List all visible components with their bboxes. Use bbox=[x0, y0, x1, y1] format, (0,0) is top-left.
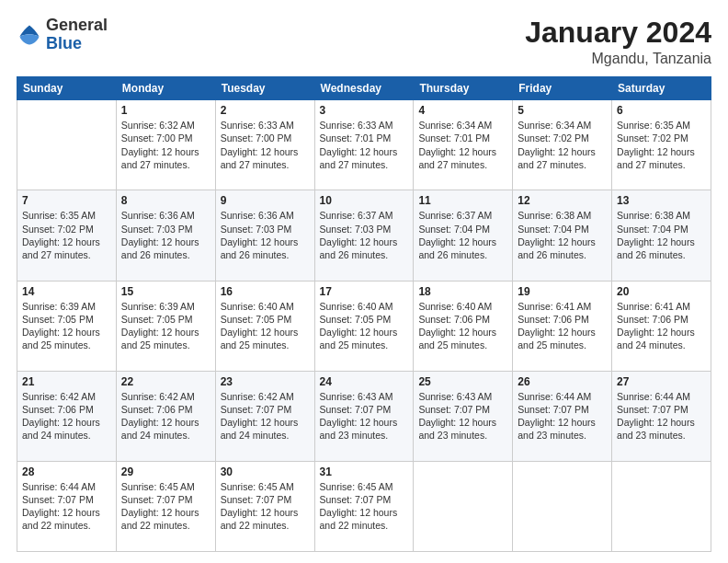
sunrise-label: Sunrise: 6:42 AM bbox=[221, 391, 294, 402]
table-row: 27 Sunrise: 6:44 AM Sunset: 7:07 PM Dayl… bbox=[612, 371, 711, 461]
calendar-page: General Blue January 2024 Mgandu, Tanzan… bbox=[0, 0, 728, 563]
day-info: Sunrise: 6:32 AM Sunset: 7:00 PM Dayligh… bbox=[121, 119, 210, 171]
header: General Blue January 2024 Mgandu, Tanzan… bbox=[17, 17, 711, 67]
table-row: 6 Sunrise: 6:35 AM Sunset: 7:02 PM Dayli… bbox=[612, 100, 711, 190]
daylight-label: Daylight: 12 hours and 26 minutes. bbox=[320, 236, 398, 260]
daylight-label: Daylight: 12 hours and 27 minutes. bbox=[221, 146, 299, 170]
sunset-label: Sunset: 7:02 PM bbox=[617, 132, 688, 144]
day-number: 24 bbox=[320, 375, 409, 388]
sunset-label: Sunset: 7:01 PM bbox=[418, 132, 490, 144]
day-info: Sunrise: 6:36 AM Sunset: 7:03 PM Dayligh… bbox=[221, 209, 310, 261]
sunrise-label: Sunrise: 6:36 AM bbox=[221, 210, 294, 221]
table-row: 11 Sunrise: 6:37 AM Sunset: 7:04 PM Dayl… bbox=[414, 190, 513, 281]
day-info: Sunrise: 6:41 AM Sunset: 7:06 PM Dayligh… bbox=[518, 300, 607, 352]
table-row: 15 Sunrise: 6:39 AM Sunset: 7:05 PM Dayl… bbox=[116, 281, 215, 371]
day-info: Sunrise: 6:34 AM Sunset: 7:02 PM Dayligh… bbox=[518, 119, 607, 171]
sunset-label: Sunset: 7:06 PM bbox=[617, 314, 688, 325]
daylight-label: Daylight: 12 hours and 27 minutes. bbox=[22, 236, 100, 260]
table-row: 18 Sunrise: 6:40 AM Sunset: 7:06 PM Dayl… bbox=[414, 281, 513, 371]
daylight-label: Daylight: 12 hours and 22 minutes. bbox=[121, 507, 199, 531]
sunrise-label: Sunrise: 6:32 AM bbox=[121, 120, 195, 131]
location-title: Mgandu, Tanzania bbox=[525, 51, 711, 67]
sunrise-label: Sunrise: 6:33 AM bbox=[320, 120, 393, 131]
col-sunday: Sunday bbox=[17, 77, 117, 100]
sunrise-label: Sunrise: 6:40 AM bbox=[418, 301, 492, 312]
sunset-label: Sunset: 7:07 PM bbox=[221, 494, 292, 505]
daylight-label: Daylight: 12 hours and 25 minutes. bbox=[320, 327, 398, 350]
col-wednesday: Wednesday bbox=[314, 77, 414, 100]
sunrise-label: Sunrise: 6:36 AM bbox=[121, 210, 195, 221]
day-number: 6 bbox=[617, 104, 706, 117]
table-row: 21 Sunrise: 6:42 AM Sunset: 7:06 PM Dayl… bbox=[17, 371, 117, 461]
day-info: Sunrise: 6:35 AM Sunset: 7:02 PM Dayligh… bbox=[22, 209, 111, 261]
sunrise-label: Sunrise: 6:35 AM bbox=[22, 210, 96, 221]
day-info: Sunrise: 6:37 AM Sunset: 7:04 PM Dayligh… bbox=[418, 209, 507, 261]
daylight-label: Daylight: 12 hours and 27 minutes. bbox=[418, 146, 496, 170]
table-row: 26 Sunrise: 6:44 AM Sunset: 7:07 PM Dayl… bbox=[513, 371, 612, 461]
sunrise-label: Sunrise: 6:34 AM bbox=[418, 120, 492, 131]
logo-general: General bbox=[46, 16, 108, 34]
sunrise-label: Sunrise: 6:40 AM bbox=[320, 301, 393, 312]
day-info: Sunrise: 6:39 AM Sunset: 7:05 PM Dayligh… bbox=[121, 300, 210, 352]
table-row: 8 Sunrise: 6:36 AM Sunset: 7:03 PM Dayli… bbox=[116, 190, 215, 281]
table-row bbox=[513, 461, 612, 551]
day-number: 3 bbox=[320, 104, 409, 117]
day-number: 27 bbox=[617, 375, 706, 388]
day-info: Sunrise: 6:42 AM Sunset: 7:06 PM Dayligh… bbox=[22, 390, 111, 442]
table-row: 25 Sunrise: 6:43 AM Sunset: 7:07 PM Dayl… bbox=[414, 371, 513, 461]
day-number: 7 bbox=[22, 194, 111, 207]
sunrise-label: Sunrise: 6:44 AM bbox=[617, 391, 690, 402]
sunset-label: Sunset: 7:07 PM bbox=[22, 494, 94, 505]
table-row: 9 Sunrise: 6:36 AM Sunset: 7:03 PM Dayli… bbox=[215, 190, 314, 281]
sunrise-label: Sunrise: 6:35 AM bbox=[617, 120, 690, 131]
day-number: 28 bbox=[22, 465, 111, 478]
day-number: 9 bbox=[221, 194, 310, 207]
day-number: 31 bbox=[320, 465, 409, 478]
sunrise-label: Sunrise: 6:37 AM bbox=[320, 210, 393, 221]
daylight-label: Daylight: 12 hours and 23 minutes. bbox=[320, 417, 398, 441]
table-row bbox=[17, 100, 117, 190]
daylight-label: Daylight: 12 hours and 26 minutes. bbox=[617, 236, 695, 260]
day-info: Sunrise: 6:39 AM Sunset: 7:05 PM Dayligh… bbox=[22, 300, 111, 352]
sunset-label: Sunset: 7:07 PM bbox=[617, 404, 688, 415]
daylight-label: Daylight: 12 hours and 27 minutes. bbox=[518, 146, 596, 170]
daylight-label: Daylight: 12 hours and 26 minutes. bbox=[121, 236, 199, 260]
sunrise-label: Sunrise: 6:41 AM bbox=[617, 301, 690, 312]
day-info: Sunrise: 6:38 AM Sunset: 7:04 PM Dayligh… bbox=[518, 209, 607, 261]
day-number: 23 bbox=[221, 375, 310, 388]
sunset-label: Sunset: 7:02 PM bbox=[22, 224, 94, 235]
sunset-label: Sunset: 7:07 PM bbox=[418, 404, 490, 415]
sunset-label: Sunset: 7:06 PM bbox=[518, 314, 589, 325]
calendar-week-row: 21 Sunrise: 6:42 AM Sunset: 7:06 PM Dayl… bbox=[17, 371, 711, 461]
daylight-label: Daylight: 12 hours and 26 minutes. bbox=[221, 236, 299, 260]
sunrise-label: Sunrise: 6:34 AM bbox=[518, 120, 591, 131]
sunset-label: Sunset: 7:07 PM bbox=[221, 404, 292, 415]
col-thursday: Thursday bbox=[414, 77, 513, 100]
sunset-label: Sunset: 7:04 PM bbox=[518, 224, 589, 235]
daylight-label: Daylight: 12 hours and 25 minutes. bbox=[22, 327, 100, 350]
sunset-label: Sunset: 7:07 PM bbox=[320, 494, 392, 505]
calendar-table: Sunday Monday Tuesday Wednesday Thursday… bbox=[17, 76, 711, 552]
day-info: Sunrise: 6:33 AM Sunset: 7:01 PM Dayligh… bbox=[320, 119, 409, 171]
calendar-week-row: 7 Sunrise: 6:35 AM Sunset: 7:02 PM Dayli… bbox=[17, 190, 711, 281]
day-number: 16 bbox=[221, 285, 310, 298]
day-number: 14 bbox=[22, 285, 111, 298]
day-info: Sunrise: 6:40 AM Sunset: 7:05 PM Dayligh… bbox=[320, 300, 409, 352]
day-info: Sunrise: 6:45 AM Sunset: 7:07 PM Dayligh… bbox=[221, 480, 310, 533]
sunset-label: Sunset: 7:07 PM bbox=[518, 404, 589, 415]
day-number: 5 bbox=[518, 104, 607, 117]
daylight-label: Daylight: 12 hours and 26 minutes. bbox=[518, 236, 596, 260]
day-number: 11 bbox=[418, 194, 507, 207]
daylight-label: Daylight: 12 hours and 23 minutes. bbox=[518, 417, 596, 441]
daylight-label: Daylight: 12 hours and 24 minutes. bbox=[121, 417, 199, 441]
daylight-label: Daylight: 12 hours and 27 minutes. bbox=[320, 146, 398, 170]
calendar-week-row: 14 Sunrise: 6:39 AM Sunset: 7:05 PM Dayl… bbox=[17, 281, 711, 371]
day-number: 30 bbox=[221, 465, 310, 478]
sunrise-label: Sunrise: 6:45 AM bbox=[121, 481, 195, 492]
col-tuesday: Tuesday bbox=[215, 77, 314, 100]
day-info: Sunrise: 6:40 AM Sunset: 7:05 PM Dayligh… bbox=[221, 300, 310, 352]
sunrise-label: Sunrise: 6:42 AM bbox=[121, 391, 195, 402]
table-row: 31 Sunrise: 6:45 AM Sunset: 7:07 PM Dayl… bbox=[314, 461, 414, 551]
sunrise-label: Sunrise: 6:39 AM bbox=[22, 301, 96, 312]
day-number: 20 bbox=[617, 285, 706, 298]
